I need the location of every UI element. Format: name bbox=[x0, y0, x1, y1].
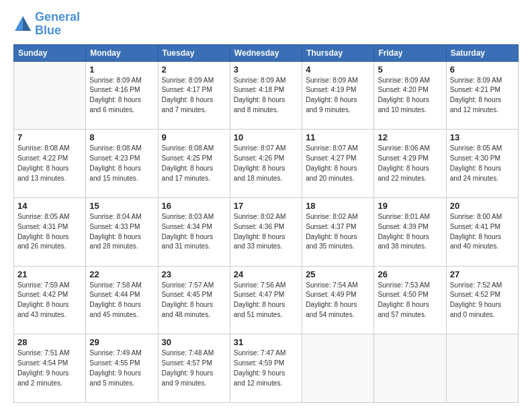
weekday-header-monday: Monday bbox=[86, 44, 158, 61]
calendar-cell: 23Sunrise: 7:57 AMSunset: 4:45 PMDayligh… bbox=[158, 266, 230, 334]
calendar-cell: 2Sunrise: 8:09 AMSunset: 4:17 PMDaylight… bbox=[158, 61, 230, 130]
day-info: Sunrise: 7:51 AMSunset: 4:54 PMDaylight:… bbox=[17, 349, 82, 388]
day-info: Sunrise: 8:08 AMSunset: 4:22 PMDaylight:… bbox=[17, 144, 82, 183]
day-info: Sunrise: 8:02 AMSunset: 4:36 PMDaylight:… bbox=[234, 212, 298, 252]
day-info: Sunrise: 8:08 AMSunset: 4:23 PMDaylight:… bbox=[89, 144, 154, 183]
day-info: Sunrise: 8:08 AMSunset: 4:25 PMDaylight:… bbox=[162, 144, 226, 183]
day-number: 14 bbox=[17, 201, 82, 211]
day-number: 8 bbox=[89, 132, 154, 142]
calendar-cell: 3Sunrise: 8:09 AMSunset: 4:18 PMDaylight… bbox=[230, 61, 302, 130]
calendar-cell bbox=[446, 334, 518, 403]
day-number: 5 bbox=[378, 64, 442, 75]
day-number: 4 bbox=[306, 64, 370, 75]
day-info: Sunrise: 7:59 AMSunset: 4:42 PMDaylight:… bbox=[17, 281, 82, 320]
calendar-cell: 17Sunrise: 8:02 AMSunset: 4:36 PMDayligh… bbox=[230, 197, 302, 266]
day-number: 7 bbox=[17, 132, 82, 142]
day-number: 2 bbox=[162, 64, 226, 75]
day-info: Sunrise: 8:09 AMSunset: 4:16 PMDaylight:… bbox=[89, 76, 154, 116]
day-number: 30 bbox=[162, 337, 226, 347]
calendar-table: SundayMondayTuesdayWednesdayThursdayFrid… bbox=[13, 44, 519, 403]
day-number: 25 bbox=[306, 269, 370, 279]
day-info: Sunrise: 8:09 AMSunset: 4:17 PMDaylight:… bbox=[162, 76, 226, 116]
day-number: 23 bbox=[162, 269, 226, 279]
day-info: Sunrise: 8:09 AMSunset: 4:20 PMDaylight:… bbox=[378, 76, 442, 116]
calendar-cell: 12Sunrise: 8:06 AMSunset: 4:29 PMDayligh… bbox=[374, 130, 446, 198]
day-info: Sunrise: 7:52 AMSunset: 4:52 PMDaylight:… bbox=[450, 281, 515, 320]
calendar-cell: 22Sunrise: 7:58 AMSunset: 4:44 PMDayligh… bbox=[86, 266, 158, 334]
calendar-cell bbox=[302, 334, 374, 403]
weekday-header-wednesday: Wednesday bbox=[230, 44, 302, 61]
logo-icon bbox=[13, 15, 32, 34]
calendar-cell: 19Sunrise: 8:01 AMSunset: 4:39 PMDayligh… bbox=[374, 197, 446, 266]
day-number: 11 bbox=[306, 132, 370, 142]
day-number: 26 bbox=[378, 269, 442, 279]
weekday-header-row: SundayMondayTuesdayWednesdayThursdayFrid… bbox=[14, 44, 519, 61]
day-info: Sunrise: 7:57 AMSunset: 4:45 PMDaylight:… bbox=[162, 281, 226, 320]
calendar-cell: 9Sunrise: 8:08 AMSunset: 4:25 PMDaylight… bbox=[158, 130, 230, 198]
calendar-cell: 7Sunrise: 8:08 AMSunset: 4:22 PMDaylight… bbox=[14, 130, 86, 198]
day-info: Sunrise: 7:53 AMSunset: 4:50 PMDaylight:… bbox=[378, 281, 442, 320]
calendar-cell: 16Sunrise: 8:03 AMSunset: 4:34 PMDayligh… bbox=[158, 197, 230, 266]
day-info: Sunrise: 8:09 AMSunset: 4:21 PMDaylight:… bbox=[450, 76, 515, 116]
day-info: Sunrise: 7:47 AMSunset: 4:59 PMDaylight:… bbox=[234, 349, 298, 388]
calendar-cell: 25Sunrise: 7:54 AMSunset: 4:49 PMDayligh… bbox=[302, 266, 374, 334]
calendar-cell: 5Sunrise: 8:09 AMSunset: 4:20 PMDaylight… bbox=[374, 61, 446, 130]
weekday-header-friday: Friday bbox=[374, 44, 446, 61]
day-info: Sunrise: 8:05 AMSunset: 4:30 PMDaylight:… bbox=[450, 144, 515, 183]
calendar-cell: 29Sunrise: 7:49 AMSunset: 4:55 PMDayligh… bbox=[86, 334, 158, 403]
day-info: Sunrise: 8:05 AMSunset: 4:31 PMDaylight:… bbox=[17, 212, 82, 252]
calendar-week-5: 28Sunrise: 7:51 AMSunset: 4:54 PMDayligh… bbox=[14, 334, 519, 403]
logo-text: General Blue bbox=[35, 11, 80, 38]
calendar-week-3: 14Sunrise: 8:05 AMSunset: 4:31 PMDayligh… bbox=[14, 197, 519, 266]
calendar-cell: 11Sunrise: 8:07 AMSunset: 4:27 PMDayligh… bbox=[302, 130, 374, 198]
day-info: Sunrise: 8:07 AMSunset: 4:27 PMDaylight:… bbox=[306, 144, 370, 183]
day-number: 15 bbox=[89, 201, 154, 211]
calendar-cell: 15Sunrise: 8:04 AMSunset: 4:33 PMDayligh… bbox=[86, 197, 158, 266]
day-info: Sunrise: 7:49 AMSunset: 4:55 PMDaylight:… bbox=[89, 349, 154, 388]
day-number: 18 bbox=[306, 201, 370, 211]
calendar-cell: 21Sunrise: 7:59 AMSunset: 4:42 PMDayligh… bbox=[14, 266, 86, 334]
day-info: Sunrise: 8:07 AMSunset: 4:26 PMDaylight:… bbox=[234, 144, 298, 183]
day-number: 10 bbox=[234, 132, 298, 142]
day-info: Sunrise: 8:01 AMSunset: 4:39 PMDaylight:… bbox=[378, 212, 442, 252]
calendar-cell: 14Sunrise: 8:05 AMSunset: 4:31 PMDayligh… bbox=[14, 197, 86, 266]
day-info: Sunrise: 7:56 AMSunset: 4:47 PMDaylight:… bbox=[234, 281, 298, 320]
svg-marker-1 bbox=[23, 16, 31, 31]
day-number: 20 bbox=[450, 201, 515, 211]
calendar-week-4: 21Sunrise: 7:59 AMSunset: 4:42 PMDayligh… bbox=[14, 266, 519, 334]
calendar-cell: 31Sunrise: 7:47 AMSunset: 4:59 PMDayligh… bbox=[230, 334, 302, 403]
calendar-cell: 27Sunrise: 7:52 AMSunset: 4:52 PMDayligh… bbox=[446, 266, 518, 334]
day-number: 29 bbox=[89, 337, 154, 347]
day-info: Sunrise: 7:54 AMSunset: 4:49 PMDaylight:… bbox=[306, 281, 370, 320]
calendar-cell: 6Sunrise: 8:09 AMSunset: 4:21 PMDaylight… bbox=[446, 61, 518, 130]
day-number: 1 bbox=[89, 64, 154, 75]
day-info: Sunrise: 8:09 AMSunset: 4:18 PMDaylight:… bbox=[234, 76, 298, 116]
day-info: Sunrise: 7:58 AMSunset: 4:44 PMDaylight:… bbox=[89, 281, 154, 320]
day-number: 19 bbox=[378, 201, 442, 211]
calendar-cell: 13Sunrise: 8:05 AMSunset: 4:30 PMDayligh… bbox=[446, 130, 518, 198]
day-number: 13 bbox=[450, 132, 515, 142]
day-info: Sunrise: 8:03 AMSunset: 4:34 PMDaylight:… bbox=[162, 212, 226, 252]
logo: General Blue bbox=[13, 11, 80, 38]
day-number: 12 bbox=[378, 132, 442, 142]
calendar-cell: 24Sunrise: 7:56 AMSunset: 4:47 PMDayligh… bbox=[230, 266, 302, 334]
day-number: 27 bbox=[450, 269, 515, 279]
calendar-cell: 20Sunrise: 8:00 AMSunset: 4:41 PMDayligh… bbox=[446, 197, 518, 266]
day-number: 21 bbox=[17, 269, 82, 279]
day-number: 16 bbox=[162, 201, 226, 211]
calendar-cell: 26Sunrise: 7:53 AMSunset: 4:50 PMDayligh… bbox=[374, 266, 446, 334]
day-number: 17 bbox=[234, 201, 298, 211]
calendar-week-2: 7Sunrise: 8:08 AMSunset: 4:22 PMDaylight… bbox=[14, 130, 519, 198]
calendar-cell: 1Sunrise: 8:09 AMSunset: 4:16 PMDaylight… bbox=[86, 61, 158, 130]
day-info: Sunrise: 8:09 AMSunset: 4:19 PMDaylight:… bbox=[306, 76, 370, 116]
day-info: Sunrise: 8:04 AMSunset: 4:33 PMDaylight:… bbox=[89, 212, 154, 252]
day-number: 31 bbox=[234, 337, 298, 347]
calendar-cell bbox=[374, 334, 446, 403]
calendar-cell: 28Sunrise: 7:51 AMSunset: 4:54 PMDayligh… bbox=[14, 334, 86, 403]
day-number: 6 bbox=[450, 64, 515, 75]
calendar-week-1: 1Sunrise: 8:09 AMSunset: 4:16 PMDaylight… bbox=[14, 61, 519, 130]
calendar-cell: 8Sunrise: 8:08 AMSunset: 4:23 PMDaylight… bbox=[86, 130, 158, 198]
day-number: 3 bbox=[234, 64, 298, 75]
weekday-header-sunday: Sunday bbox=[14, 44, 86, 61]
calendar-cell: 18Sunrise: 8:02 AMSunset: 4:37 PMDayligh… bbox=[302, 197, 374, 266]
